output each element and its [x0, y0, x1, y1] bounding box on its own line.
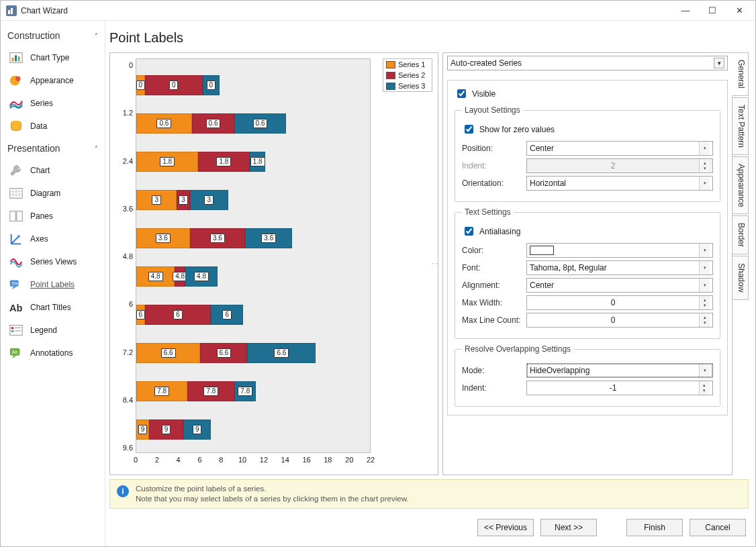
- bar-segment[interactable]: 9: [183, 419, 211, 440]
- sidebar-item-series[interactable]: Series: [1, 92, 105, 115]
- sidebar-item-diagram[interactable]: Diagram: [1, 182, 105, 205]
- visible-checkbox-input[interactable]: [457, 89, 466, 98]
- position-select[interactable]: Center▾: [526, 141, 713, 156]
- data-label[interactable]: 3.6: [156, 234, 171, 243]
- alignment-select[interactable]: Center▾: [526, 278, 713, 293]
- data-label[interactable]: 7.8: [203, 387, 218, 396]
- data-label[interactable]: 0: [136, 81, 146, 90]
- bar-segment[interactable]: 7.8: [136, 381, 187, 401]
- bar-segment[interactable]: 3: [190, 190, 228, 210]
- bar-segment[interactable]: 6.6: [136, 343, 200, 363]
- bar-segment[interactable]: 4.8: [185, 266, 218, 287]
- bar-segment[interactable]: 4.8: [175, 266, 185, 287]
- orientation-select[interactable]: Horizontal▾: [526, 176, 713, 191]
- data-label[interactable]: 0.6: [253, 119, 268, 128]
- data-label[interactable]: 3.6: [261, 234, 276, 243]
- legend-item-1[interactable]: Series 1: [383, 59, 432, 70]
- tab-text-pattern[interactable]: Text Pattern: [733, 97, 749, 155]
- data-label[interactable]: 6: [173, 310, 183, 319]
- bar-row[interactable]: 0.60.60.6: [136, 113, 286, 134]
- data-label[interactable]: 1.8: [160, 157, 175, 166]
- bar-row[interactable]: 333: [136, 190, 228, 210]
- sidebar-item-chart-type[interactable]: Chart Type: [1, 46, 105, 69]
- data-label[interactable]: 6: [222, 310, 232, 319]
- tab-appearance[interactable]: Appearance: [733, 156, 749, 215]
- bar-segment[interactable]: 0: [203, 75, 220, 95]
- bar-segment[interactable]: 6: [211, 305, 243, 325]
- sidebar-item-point-labels[interactable]: 5% Point Labels: [1, 273, 105, 296]
- zero-values-checkbox[interactable]: Show for zero values: [462, 123, 713, 136]
- bar-segment[interactable]: 0.6: [234, 113, 285, 134]
- sidebar-item-chart[interactable]: Chart: [1, 159, 105, 182]
- tab-shadow[interactable]: Shadow: [733, 256, 749, 299]
- spinner-icon[interactable]: ▴▾: [699, 381, 710, 395]
- splitter-handle-icon[interactable]: ⋮: [431, 260, 440, 268]
- data-label[interactable]: 6.6: [217, 348, 232, 358]
- zero-values-checkbox-input[interactable]: [465, 125, 473, 134]
- bar-segment[interactable]: 1.8: [250, 152, 266, 172]
- sidebar-item-legend[interactable]: Legend: [1, 319, 105, 342]
- sidebar-item-panes[interactable]: Panes: [1, 205, 105, 228]
- spinner-icon[interactable]: ▴▾: [699, 296, 710, 309]
- bar-segment[interactable]: 7.8: [234, 381, 256, 401]
- bar-row[interactable]: 1.81.81.8: [136, 152, 265, 172]
- bar-row[interactable]: 999: [136, 419, 211, 440]
- bar-row[interactable]: 7.87.87.8: [136, 381, 256, 401]
- antialiasing-checkbox[interactable]: Antialiasing: [462, 225, 713, 238]
- sidebar-item-series-views[interactable]: Series Views: [1, 250, 105, 273]
- previous-button[interactable]: << Previous: [477, 519, 534, 536]
- color-picker[interactable]: ▾: [526, 243, 713, 258]
- sidebar-item-appearance[interactable]: Appearance: [1, 69, 105, 92]
- bar-segment[interactable]: 6.6: [200, 343, 247, 363]
- sidebar-item-axes[interactable]: Axes: [1, 228, 105, 250]
- cancel-button[interactable]: Cancel: [690, 519, 746, 536]
- bar-segment[interactable]: 1.8: [136, 152, 198, 172]
- bar-segment[interactable]: 3.6: [190, 228, 246, 248]
- data-label[interactable]: 4.8: [148, 272, 163, 281]
- chart-preview[interactable]: 01.22.43.64.867.28.49.6 0000.60.60.61.81…: [109, 52, 438, 475]
- bar-segment[interactable]: 3: [136, 190, 177, 210]
- data-label[interactable]: 0.6: [156, 119, 171, 128]
- data-label[interactable]: 6.6: [161, 348, 176, 358]
- minimize-button[interactable]: —: [672, 1, 699, 20]
- data-label[interactable]: 9: [138, 425, 148, 434]
- bar-row[interactable]: 6.66.66.6: [136, 343, 316, 363]
- next-button[interactable]: Next >>: [540, 519, 597, 536]
- finish-button[interactable]: Finish: [626, 519, 683, 536]
- bar-segment[interactable]: 4.8: [136, 266, 175, 287]
- max-line-count-input[interactable]: 0▴▾: [526, 313, 713, 328]
- bar-segment[interactable]: 9: [149, 419, 183, 440]
- plot-area[interactable]: 0000.60.60.61.81.81.83333.63.63.64.84.84…: [136, 58, 371, 453]
- bar-row[interactable]: 3.63.63.6: [136, 228, 292, 248]
- data-label[interactable]: 1.8: [216, 157, 231, 166]
- data-label[interactable]: 3: [152, 195, 161, 205]
- bar-segment[interactable]: 9: [136, 419, 149, 440]
- data-label[interactable]: 3: [204, 195, 214, 205]
- data-label[interactable]: 6: [136, 310, 146, 319]
- tab-border[interactable]: Border: [733, 215, 749, 254]
- data-label[interactable]: 0.6: [206, 119, 221, 128]
- legend[interactable]: Series 1 Series 2 Series 3: [383, 58, 432, 92]
- data-label[interactable]: 7.8: [238, 387, 252, 396]
- bar-segment[interactable]: 7.8: [187, 381, 234, 401]
- visible-checkbox[interactable]: Visible: [455, 87, 720, 100]
- data-label[interactable]: 6.6: [274, 348, 289, 358]
- bar-segment[interactable]: 1.8: [198, 152, 249, 172]
- sidebar-item-data[interactable]: Data: [1, 115, 105, 138]
- series-selector[interactable]: Auto-created Series ▾: [447, 56, 728, 70]
- maximize-button[interactable]: ☐: [699, 1, 726, 20]
- sidebar-item-annotations[interactable]: Ab Annotations: [1, 342, 105, 364]
- bar-segment[interactable]: 6: [145, 305, 211, 325]
- data-label[interactable]: 0: [207, 81, 216, 90]
- bar-row[interactable]: 000: [136, 75, 220, 95]
- bar-segment[interactable]: 0: [136, 75, 145, 95]
- data-label[interactable]: 4.8: [194, 272, 209, 281]
- bar-segment[interactable]: 6: [136, 305, 145, 325]
- bar-segment[interactable]: 3: [177, 190, 189, 210]
- bar-segment[interactable]: 0.6: [136, 113, 192, 134]
- bar-segment[interactable]: 3.6: [245, 228, 292, 248]
- sidebar-item-chart-titles[interactable]: Ab Chart Titles: [1, 296, 105, 319]
- spinner-icon[interactable]: ▴▾: [699, 313, 710, 327]
- font-select[interactable]: Tahoma, 8pt, Regular▾: [526, 260, 713, 275]
- bar-segment[interactable]: 3.6: [136, 228, 190, 248]
